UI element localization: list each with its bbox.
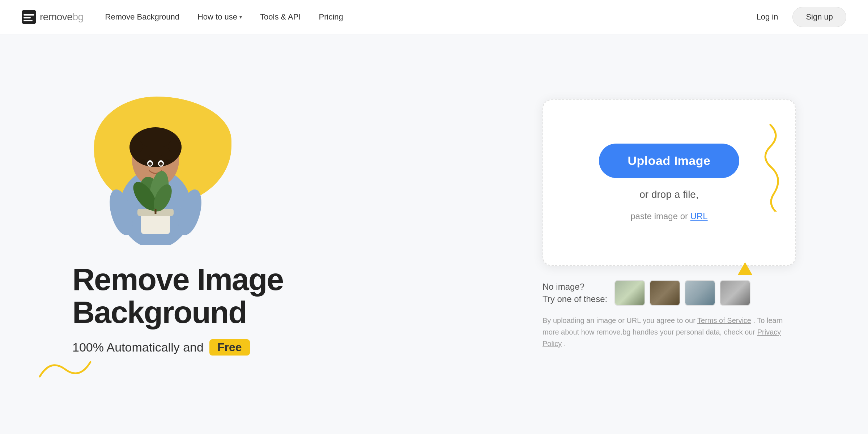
sample-images-section: No image? Try one of these: [542,280,796,306]
svg-rect-1 [24,14,34,16]
sample-thumb-car[interactable] [685,280,715,306]
free-badge: Free [209,339,250,356]
nav-how-to-use[interactable]: How to use ▾ [197,12,242,22]
logo-text: removebg [40,11,84,23]
svg-point-9 [132,141,143,152]
svg-rect-3 [24,20,33,21]
hero-heading: Remove Image Background [72,263,506,328]
nav-links: Remove Background How to use ▾ Tools & A… [105,12,749,22]
navbar: removebg Remove Background How to use ▾ … [0,0,868,34]
paste-text: paste image or URL [630,211,707,221]
svg-rect-2 [24,17,31,18]
sample-thumb-person[interactable] [614,280,645,306]
triangle-svg [738,262,752,275]
person-svg [101,107,210,245]
signup-button[interactable]: Sign up [792,7,846,27]
terms-of-service-link[interactable]: Terms of Service [697,316,751,324]
sample-thumb-animal[interactable] [650,280,680,306]
squiggle-svg-bottom [36,348,94,391]
nav-remove-background[interactable]: Remove Background [105,12,179,22]
right-content: Upload Image or drop a file, paste image… [542,99,796,349]
hero-image-container [72,93,260,245]
nav-tools-api[interactable]: Tools & API [260,12,301,22]
sample-thumbnails [614,280,750,306]
logo[interactable]: removebg [22,10,84,24]
hero-person-image [101,107,210,245]
main-content: Remove Image Background 100% Automatical… [0,34,868,414]
drop-text: or drop a file, [639,189,698,200]
hero-subtext: 100% Automatically and Free [72,339,506,356]
squiggle-decoration-top [720,121,785,213]
svg-point-10 [168,141,179,152]
sample-images-label: No image? Try one of these: [542,281,607,305]
svg-point-13 [148,162,152,166]
nav-auth: Log in Sign up [749,7,846,27]
squiggle-decoration-bottom [36,348,94,392]
logo-icon [22,10,36,24]
sample-thumb-vehicle[interactable] [720,280,750,306]
nav-pricing[interactable]: Pricing [319,12,343,22]
squiggle-svg-top [720,121,785,212]
legal-text: By uploading an image or URL you agree t… [542,315,796,349]
upload-image-button[interactable]: Upload Image [599,144,740,178]
left-content: Remove Image Background 100% Automatical… [72,93,506,356]
login-button[interactable]: Log in [749,9,785,25]
url-link[interactable]: URL [690,211,708,221]
triangle-decoration [738,262,752,276]
chevron-down-icon: ▾ [239,14,242,20]
hero-text: Remove Image Background 100% Automatical… [72,263,506,356]
svg-marker-24 [738,262,752,275]
svg-point-14 [159,162,163,166]
